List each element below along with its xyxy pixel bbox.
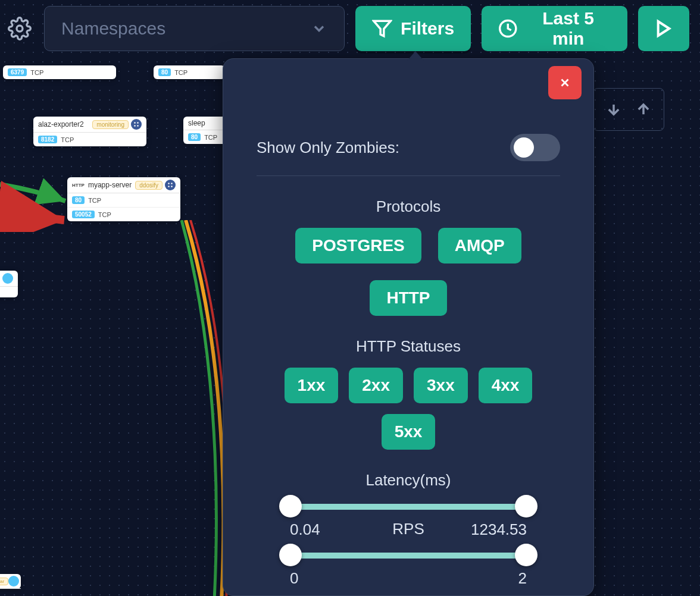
lat        ency-min: 0.04	[290, 520, 320, 539]
node-title: myapp-server	[88, 181, 132, 189]
time-range-label: Last 5 min	[526, 8, 611, 49]
modal-pointer	[407, 51, 424, 61]
filter-icon	[372, 18, 392, 39]
node-type-icon	[165, 180, 176, 190]
status-chip-5xx[interactable]: 5xx	[382, 414, 436, 450]
svg-marker-3	[658, 21, 669, 36]
close-button[interactable]	[548, 66, 582, 99]
rps-slider[interactable]	[290, 553, 527, 559]
graph-node[interactable]	[0, 271, 18, 297]
svg-point-12	[168, 186, 170, 187]
filters-modal: Show Only Zombies: Protocols POSTGRES AM…	[223, 58, 594, 596]
port-chip: 6379	[8, 68, 27, 76]
rps-max: 2	[518, 569, 527, 588]
protocol-text: TCP	[204, 134, 217, 141]
protocol-text: TCP	[88, 197, 101, 204]
graph-node[interactable]: 6379 TCP	[3, 65, 116, 79]
close-icon	[558, 76, 571, 89]
node-type-icon	[2, 273, 13, 284]
namespace-select[interactable]: Namespaces	[44, 6, 345, 51]
port-chip: 80	[188, 133, 201, 141]
protocol-text: TCP	[174, 69, 188, 76]
status-chip-2xx[interactable]: 2xx	[349, 368, 403, 403]
svg-point-9	[137, 125, 139, 127]
play-icon	[654, 19, 673, 38]
protocol-text: TCP	[61, 136, 74, 143]
svg-point-6	[134, 122, 136, 124]
statuses-title: HTTP Statuses	[257, 337, 560, 356]
status-chip-3xx[interactable]: 3xx	[414, 368, 468, 403]
rps-min: 0	[290, 569, 298, 588]
status-chip-1xx[interactable]: 1xx	[285, 368, 339, 403]
svg-point-13	[171, 186, 173, 187]
chevron-down-icon	[311, 20, 327, 37]
sort-arrows-panel	[593, 88, 664, 131]
port-chip: 80	[72, 196, 85, 204]
rps-handle-min[interactable]	[279, 544, 302, 566]
graph-node-alaz[interactable]: alaz-exporter2 monitoring 8182 TCP	[33, 117, 146, 146]
svg-point-10	[168, 183, 170, 184]
graph-node-myapp[interactable]: HTTP myapp-server ddosify 80 TCP 50052 T…	[67, 177, 180, 221]
latency-handle-min[interactable]	[279, 495, 302, 517]
graph-node[interactable]: ar	[0, 574, 21, 589]
status-chip-4xx[interactable]: 4xx	[479, 368, 533, 403]
time-range-button[interactable]: Last 5 min	[482, 6, 627, 51]
toggle-knob	[514, 137, 534, 158]
latency-max: 1234.53	[471, 520, 527, 539]
protocol-text: TCP	[30, 69, 43, 76]
gear-icon	[8, 17, 32, 40]
protocol-chip-amqp[interactable]: AMQP	[438, 228, 521, 264]
svg-marker-1	[374, 21, 390, 36]
arrow-up-icon[interactable]	[635, 97, 652, 122]
svg-point-7	[137, 122, 139, 124]
graph-node[interactable]: 80 TCP	[154, 65, 225, 79]
latency-title: Latency(ms)	[257, 471, 560, 490]
node-type-icon	[8, 576, 19, 586]
play-button[interactable]	[638, 6, 689, 51]
latency-slider[interactable]	[290, 504, 527, 510]
node-title: alaz-exporter2	[38, 120, 84, 128]
namespace-badge: ddosify	[135, 181, 162, 190]
latency-handle-max[interactable]	[515, 495, 538, 517]
arrow-down-icon[interactable]	[605, 97, 622, 122]
zombies-toggle[interactable]	[510, 134, 560, 161]
svg-point-0	[17, 26, 23, 32]
filters-label: Filters	[401, 18, 454, 39]
namespace-placeholder: Namespaces	[61, 18, 165, 39]
port-chip: 80	[158, 68, 171, 76]
filters-button[interactable]: Filters	[355, 6, 471, 51]
svg-point-11	[171, 183, 173, 184]
protocol-chip-postgres[interactable]: POSTGRES	[295, 228, 421, 264]
node-title: sleep	[188, 119, 205, 127]
port-chip: 50052	[72, 211, 95, 218]
protocol-chip-http[interactable]: HTTP	[370, 280, 446, 316]
protocol-text: TCP	[98, 211, 111, 218]
port-chip: 8182	[38, 136, 57, 143]
node-type-icon	[131, 119, 142, 130]
namespace-badge: monitoring	[92, 120, 129, 129]
protocols-title: Protocols	[257, 197, 560, 216]
clock-icon	[498, 18, 518, 39]
rps-handle-max[interactable]	[515, 544, 538, 566]
http-badge: HTTP	[72, 183, 85, 188]
settings-button[interactable]	[6, 14, 33, 43]
svg-point-8	[134, 125, 136, 127]
zombies-label: Show Only Zombies:	[257, 139, 399, 157]
